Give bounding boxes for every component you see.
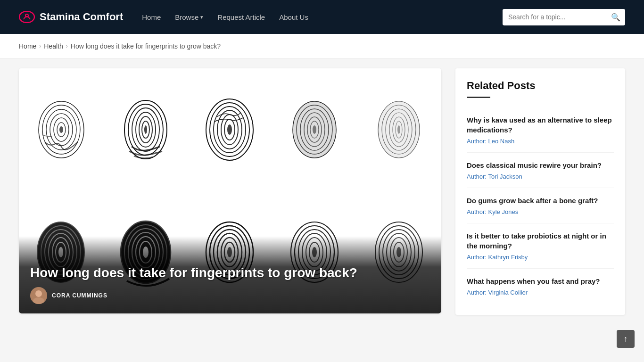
svg-point-1 <box>25 14 28 17</box>
svg-point-30 <box>313 125 316 134</box>
author-row: CORA CUMMINGS <box>30 287 430 304</box>
svg-point-37 <box>397 125 400 134</box>
related-item-2-author-name[interactable]: Tori Jackson <box>488 173 522 180</box>
breadcrumb: Home › Health › How long does it take fo… <box>0 34 644 59</box>
svg-point-16 <box>144 125 147 134</box>
related-item-2-title[interactable]: Does classical music rewire your brain? <box>467 160 614 170</box>
scroll-to-top-button[interactable]: ↑ <box>617 330 635 334</box>
article-title: How long does it take for fingerprints t… <box>30 264 430 281</box>
fp-5 <box>357 68 441 191</box>
nav-home[interactable]: Home <box>142 13 161 21</box>
breadcrumb-health[interactable]: Health <box>44 42 63 50</box>
svg-point-9 <box>59 126 63 133</box>
related-item-4-author-name[interactable]: Kathryn Frisby <box>488 254 528 261</box>
fp-3 <box>188 68 272 191</box>
fingerprint-svg-4 <box>289 95 340 165</box>
related-posts-card: Related Posts Why is kava used as an alt… <box>455 68 625 315</box>
fingerprint-svg-2 <box>120 95 172 165</box>
avatar <box>30 287 47 304</box>
related-item-5-author: Author: Virginia Collier <box>467 289 614 296</box>
breadcrumb-current: How long does it take for fingerprints t… <box>71 42 221 50</box>
fingerprint-svg-3 <box>203 93 257 166</box>
related-posts-heading: Related Posts <box>467 80 614 92</box>
related-item-4: Is it better to take probiotics at night… <box>467 223 614 269</box>
related-item-3-author-name[interactable]: Kyle Jones <box>488 208 519 215</box>
search-bar: 🔍 <box>503 9 625 25</box>
search-button[interactable]: 🔍 <box>606 9 625 25</box>
search-icon: 🔍 <box>611 13 620 21</box>
brand-icon <box>19 11 35 23</box>
article-card: How long does it take for fingerprints t… <box>19 68 441 313</box>
nav-links: Home Browse ▾ Request Article About Us <box>142 13 484 21</box>
breadcrumb-home[interactable]: Home <box>19 42 36 50</box>
related-item-5-author-name[interactable]: Virginia Collier <box>488 289 528 296</box>
avatar-icon <box>30 287 47 304</box>
related-item-5: What happens when you fast and pray? Aut… <box>467 269 614 304</box>
fingerprint-svg-5 <box>374 95 424 165</box>
chevron-down-icon: ▾ <box>200 14 203 20</box>
svg-point-23 <box>227 124 232 135</box>
author-name: CORA CUMMINGS <box>52 292 107 299</box>
related-item-4-author: Author: Kathryn Frisby <box>467 254 614 261</box>
fp-1 <box>19 68 103 191</box>
related-item-1: Why is kava used as an alternative to sl… <box>467 107 614 153</box>
breadcrumb-sep-2: › <box>66 43 68 49</box>
breadcrumb-sep-1: › <box>39 43 41 49</box>
fp-2 <box>103 68 188 191</box>
sidebar: Related Posts Why is kava used as an alt… <box>455 68 625 315</box>
fingerprint-svg-1 <box>35 95 87 165</box>
related-divider <box>467 97 490 98</box>
related-item-3-author: Author: Kyle Jones <box>467 208 614 215</box>
search-input[interactable] <box>503 9 606 25</box>
brand-name: Stamina Comfort <box>40 11 123 23</box>
article-section: How long does it take for fingerprints t… <box>19 68 441 313</box>
related-item-4-title[interactable]: Is it better to take probiotics at night… <box>467 231 614 251</box>
related-item-3: Do gums grow back after a bone graft? Au… <box>467 188 614 223</box>
related-item-2-author: Author: Tori Jackson <box>467 173 614 180</box>
related-item-5-title[interactable]: What happens when you fast and pray? <box>467 276 614 286</box>
svg-point-76 <box>35 290 42 297</box>
related-item-3-title[interactable]: Do gums grow back after a bone graft? <box>467 196 614 206</box>
related-item-1-author: Author: Leo Nash <box>467 138 614 145</box>
nav-about-us[interactable]: About Us <box>279 13 308 21</box>
fp-4 <box>272 68 357 191</box>
article-overlay: How long does it take for fingerprints t… <box>19 236 441 313</box>
main-container: How long does it take for fingerprints t… <box>0 59 644 334</box>
brand-logo[interactable]: Stamina Comfort <box>19 11 123 23</box>
nav-request-article[interactable]: Request Article <box>217 13 265 21</box>
related-item-1-author-name[interactable]: Leo Nash <box>488 138 515 145</box>
related-item-2: Does classical music rewire your brain? … <box>467 153 614 188</box>
navbar: Stamina Comfort Home Browse ▾ Request Ar… <box>0 0 644 34</box>
nav-browse[interactable]: Browse ▾ <box>175 13 203 21</box>
related-item-1-title[interactable]: Why is kava used as an alternative to sl… <box>467 115 614 135</box>
